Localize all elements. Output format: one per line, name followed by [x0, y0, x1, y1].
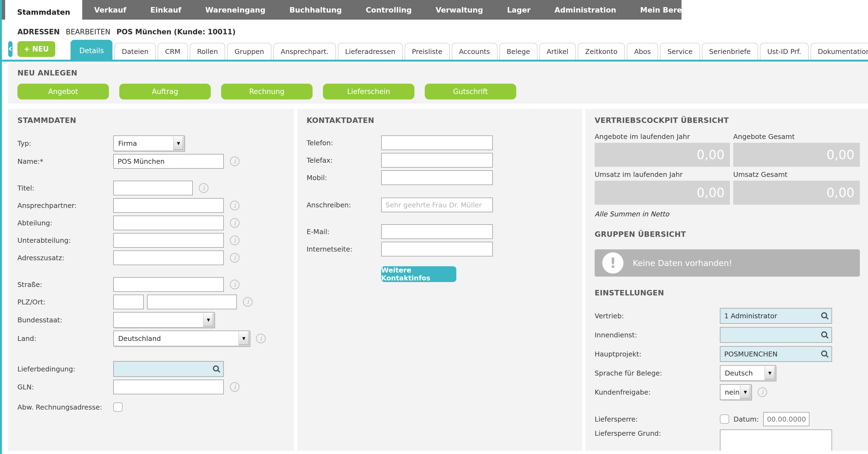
mobil-field[interactable]: [381, 170, 493, 185]
titel-field[interactable]: [113, 181, 193, 195]
tab-zeitkonto[interactable]: Zeitkonto: [578, 43, 625, 60]
tab-serienbriefe[interactable]: Serienbriefe: [702, 43, 758, 60]
search-icon: [821, 331, 827, 337]
lieferbedingung-search[interactable]: [113, 361, 224, 377]
land-label: Land:: [18, 335, 113, 343]
search-icon: [213, 365, 219, 371]
left-accent-bar: [0, 0, 2, 454]
tab-abos[interactable]: Abos: [627, 43, 658, 60]
kontaktdaten-title: KONTAKTDATEN: [307, 116, 582, 124]
info-icon[interactable]: i: [243, 297, 253, 307]
create-auftrag-button[interactable]: Auftrag: [119, 84, 211, 100]
new-button[interactable]: + NEU: [18, 41, 55, 57]
tab-dokumentation[interactable]: Dokumentation: [811, 43, 868, 60]
stat-label: Angebote im laufenden Jahr: [595, 133, 730, 141]
unterabteilung-label: Unterabteilung:: [18, 236, 113, 245]
bundesstaat-select[interactable]: ▼: [113, 312, 215, 328]
stat-value-box: 0,00: [595, 143, 730, 167]
info-icon[interactable]: i: [230, 157, 240, 166]
tab-artikel[interactable]: Artikel: [539, 43, 576, 60]
tab-rollen[interactable]: Rollen: [190, 43, 225, 60]
kundenfreigabe-select-value: nein: [725, 388, 740, 396]
lieferbedingung-field[interactable]: [114, 362, 223, 376]
innendienst-label: Innendienst:: [595, 331, 720, 339]
tab-ust-id-prf[interactable]: Ust-ID Prf.: [760, 43, 809, 60]
land-select[interactable]: Deutschland ▼: [113, 331, 250, 346]
abw-rechnungsadresse-checkbox[interactable]: [113, 402, 123, 412]
quick-create-panel: NEU ANLEGEN Angebot Auftrag Rechnung Lie…: [8, 63, 868, 104]
tab-ansprechpart[interactable]: Ansprechpart.: [273, 43, 336, 60]
tab-details[interactable]: Details: [70, 40, 113, 62]
menu-item-buchhaltung[interactable]: Buchhaltung: [277, 0, 354, 20]
tab-gruppen[interactable]: Gruppen: [227, 43, 271, 60]
stat-value-box: 0,00: [733, 143, 860, 167]
main-menu: Stammdaten Verkauf Einkauf Wareneingang …: [2, 0, 681, 20]
tab-crm[interactable]: CRM: [158, 43, 188, 60]
gln-field[interactable]: [113, 379, 224, 394]
menu-item-verwaltung[interactable]: Verwaltung: [424, 0, 495, 20]
back-button[interactable]: ‹: [8, 41, 12, 57]
menu-item-controlling[interactable]: Controlling: [354, 0, 424, 20]
hauptprojekt-search[interactable]: [720, 346, 832, 362]
vertrieb-search[interactable]: [720, 308, 832, 324]
innendienst-search[interactable]: [720, 327, 832, 343]
menu-item-mein-bereich[interactable]: Mein Bereich: [628, 0, 706, 20]
kundenfreigabe-select[interactable]: nein ▼: [720, 384, 751, 400]
unterabteilung-field[interactable]: [113, 233, 224, 248]
menu-item-verkauf[interactable]: Verkauf: [82, 0, 138, 20]
info-icon[interactable]: i: [230, 280, 240, 289]
datum-label: Datum:: [734, 415, 759, 423]
hauptprojekt-field[interactable]: [720, 347, 832, 361]
info-icon[interactable]: i: [230, 235, 240, 245]
tab-preisliste[interactable]: Preisliste: [405, 43, 450, 60]
info-icon[interactable]: i: [199, 183, 209, 193]
info-icon[interactable]: i: [230, 218, 240, 228]
internetseite-field[interactable]: [381, 242, 493, 256]
ort-field[interactable]: [147, 294, 237, 309]
warning-icon: !: [602, 252, 623, 274]
create-lieferschein-button[interactable]: Lieferschein: [323, 84, 414, 100]
liefersperre-datum-field[interactable]: [763, 412, 809, 426]
menu-item-lager[interactable]: Lager: [495, 0, 542, 20]
menu-item-wareneingang[interactable]: Wareneingang: [193, 0, 277, 20]
tab-accounts[interactable]: Accounts: [452, 43, 497, 60]
vertrieb-field[interactable]: [720, 309, 832, 323]
adresszusatz-label: Adresszusatz:: [18, 254, 113, 262]
adresszusatz-field[interactable]: [113, 250, 224, 265]
email-field[interactable]: [381, 224, 493, 239]
name-field[interactable]: [113, 154, 224, 169]
anschreiben-field[interactable]: [381, 198, 493, 212]
telefax-field[interactable]: [381, 153, 493, 168]
info-icon[interactable]: i: [230, 201, 240, 210]
liefersperre-checkbox[interactable]: [720, 415, 729, 424]
tab-belege[interactable]: Belege: [499, 43, 537, 60]
plz-field[interactable]: [113, 294, 144, 309]
tab-dateien[interactable]: Dateien: [114, 43, 156, 60]
plz-ort-label: PLZ/Ort:: [18, 298, 113, 306]
strasse-field[interactable]: [113, 277, 224, 292]
tab-service[interactable]: Service: [660, 43, 700, 60]
telefon-field[interactable]: [381, 136, 493, 150]
tab-lieferadressen[interactable]: Lieferadressen: [338, 43, 403, 60]
kontaktdaten-section: KONTAKTDATEN Telefon: Telefax: Mobil: An…: [297, 109, 582, 451]
tab-bar: ‹ + NEU Details Dateien CRM Rollen Grupp…: [0, 39, 868, 62]
info-icon[interactable]: i: [757, 387, 767, 397]
create-angebot-button[interactable]: Angebot: [18, 84, 109, 100]
menu-item-stammdaten[interactable]: Stammdaten: [5, 0, 82, 24]
info-icon[interactable]: i: [230, 253, 240, 263]
abteilung-field[interactable]: [113, 216, 224, 230]
liefersperre-grund-textarea[interactable]: [720, 429, 832, 451]
menu-item-einkauf[interactable]: Einkauf: [138, 0, 193, 20]
create-gutschrift-button[interactable]: Gutschrift: [425, 84, 516, 100]
create-rechnung-button[interactable]: Rechnung: [221, 84, 313, 100]
info-icon[interactable]: i: [230, 382, 240, 392]
menu-item-administration[interactable]: Administration: [542, 0, 628, 20]
ansprechpartner-field[interactable]: [113, 198, 224, 213]
email-label: E-Mail:: [307, 228, 381, 236]
strasse-label: Straße:: [18, 281, 113, 289]
sprache-select[interactable]: Deutsch ▼: [720, 365, 776, 381]
weitere-kontaktinfos-button[interactable]: Weitere Kontaktinfos: [381, 266, 456, 282]
typ-select[interactable]: Firma ▼: [113, 136, 185, 151]
innendienst-field[interactable]: [720, 328, 832, 342]
info-icon[interactable]: i: [256, 334, 266, 343]
